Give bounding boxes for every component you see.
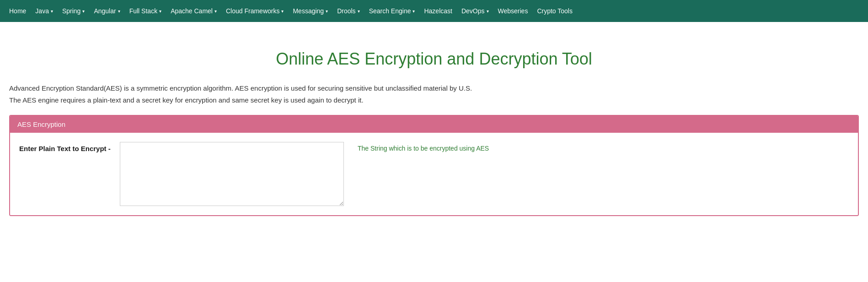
aes-encryption-panel: AES Encryption Enter Plain Text to Encry…: [9, 115, 859, 216]
description-line2: The AES engine requires a plain-text and…: [9, 96, 364, 104]
dropdown-arrow-icon: ▾: [118, 9, 120, 14]
dropdown-arrow-icon: ▾: [413, 9, 415, 14]
description: Advanced Encryption Standard(AES) is a s…: [9, 82, 859, 106]
nav-item-webseries[interactable]: Webseries: [493, 1, 533, 21]
nav-item-spring[interactable]: Spring▾: [58, 1, 89, 21]
plain-text-label: Enter Plain Text to Encrypt -: [19, 142, 111, 152]
plain-text-row: Enter Plain Text to Encrypt - The String…: [19, 142, 849, 206]
nav-item-drools[interactable]: Drools▾: [332, 1, 364, 21]
dropdown-arrow-icon: ▾: [326, 9, 328, 14]
nav-item-messaging[interactable]: Messaging▾: [288, 1, 332, 21]
nav-item-search-engine[interactable]: Search Engine▾: [364, 1, 420, 21]
dropdown-arrow-icon: ▾: [214, 9, 217, 14]
nav-item-apache-camel[interactable]: Apache Camel▾: [166, 1, 221, 21]
nav-item-crypto-tools[interactable]: Crypto Tools: [532, 1, 577, 21]
dropdown-arrow-icon: ▾: [358, 9, 360, 14]
dropdown-arrow-icon: ▾: [281, 9, 284, 14]
plain-text-hint: The String which is to be encrypted usin…: [358, 142, 489, 152]
plain-text-input[interactable]: [120, 142, 344, 206]
page-title: Online AES Encryption and Decryption Too…: [9, 49, 859, 69]
main-nav: HomeJava▾Spring▾Angular▾Full Stack▾Apach…: [0, 0, 868, 22]
nav-item-angular[interactable]: Angular▾: [89, 1, 124, 21]
panel-header: AES Encryption: [10, 116, 858, 133]
description-line1: Advanced Encryption Standard(AES) is a s…: [9, 84, 472, 92]
panel-body: Enter Plain Text to Encrypt - The String…: [10, 133, 858, 215]
nav-item-full-stack[interactable]: Full Stack▾: [125, 1, 166, 21]
dropdown-arrow-icon: ▾: [159, 9, 161, 14]
nav-item-cloud-frameworks[interactable]: Cloud Frameworks▾: [221, 1, 288, 21]
dropdown-arrow-icon: ▾: [82, 9, 85, 14]
nav-item-devops[interactable]: DevOps▾: [457, 1, 493, 21]
nav-item-hazelcast[interactable]: Hazelcast: [419, 1, 456, 21]
dropdown-arrow-icon: ▾: [487, 9, 489, 14]
nav-item-home[interactable]: Home: [5, 1, 31, 21]
main-content: Online AES Encryption and Decryption Too…: [0, 22, 868, 216]
dropdown-arrow-icon: ▾: [51, 9, 53, 14]
nav-item-java[interactable]: Java▾: [31, 1, 58, 21]
